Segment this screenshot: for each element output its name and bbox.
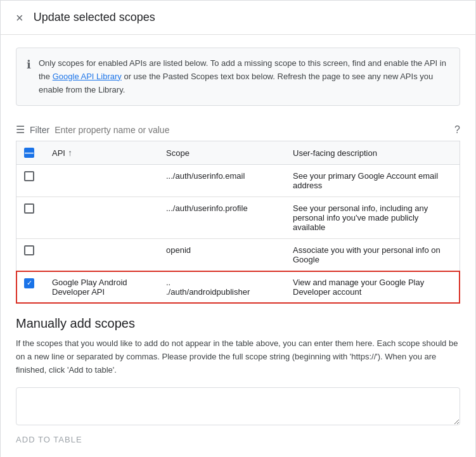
table-row: openid Associate you with your personal …: [16, 239, 460, 271]
info-icon: ℹ: [27, 58, 31, 72]
google-api-library-link[interactable]: Google API Library: [53, 72, 122, 81]
add-to-table-button[interactable]: ADD TO TABLE: [16, 430, 82, 449]
manually-add-section: Manually add scopes If the scopes that y…: [1, 304, 475, 449]
row-scope: openid: [158, 239, 285, 271]
select-all-checkbox[interactable]: —: [24, 148, 34, 158]
filter-icon: ☰: [16, 124, 25, 136]
header-scope: Scope: [158, 141, 285, 165]
scopes-textarea[interactable]: [16, 387, 460, 425]
row-checkbox[interactable]: [24, 203, 34, 214]
sort-up-icon: ↑: [68, 148, 72, 158]
row-checkbox-cell: [16, 165, 44, 197]
indeterminate-icon: —: [25, 148, 34, 157]
row-scope: .../auth/androidpublisher: [158, 271, 285, 304]
close-button[interactable]: ×: [16, 11, 23, 24]
filter-row: ☰ Filter ?: [1, 119, 475, 141]
row-checkbox-cell: ✓: [16, 271, 44, 304]
table-row: .../auth/userinfo.profile See your perso…: [16, 197, 460, 239]
highlighted-table-row: ✓ Google Play Android Developer API .../…: [16, 271, 460, 304]
dialog-header: × Update selected scopes: [1, 1, 475, 35]
dialog-title: Update selected scopes: [34, 11, 155, 24]
info-box: ℹ Only scopes for enabled APIs are liste…: [16, 48, 460, 106]
scopes-table-container: — API ↑ Scope User-facing description: [16, 141, 460, 304]
row-description: View and manage your Google Play Develop…: [285, 271, 460, 304]
checkmark-icon: ✓: [27, 280, 32, 286]
header-api: API ↑: [44, 141, 158, 165]
dialog-footer: UPDATE: [1, 449, 475, 457]
header-checkbox-cell: —: [16, 141, 44, 165]
help-icon[interactable]: ?: [454, 124, 460, 136]
row-api: [44, 165, 158, 197]
row-api: [44, 239, 158, 271]
row-scope: .../auth/userinfo.email: [158, 165, 285, 197]
row-description: See your personal info, including any pe…: [285, 197, 460, 239]
row-description: Associate you with your personal info on…: [285, 239, 460, 271]
row-checkbox-cell: [16, 197, 44, 239]
row-scope: .../auth/userinfo.profile: [158, 197, 285, 239]
row-checkbox[interactable]: [24, 171, 34, 181]
manually-add-title: Manually add scopes: [16, 316, 460, 331]
filter-label: Filter: [30, 125, 49, 135]
manually-add-description: If the scopes that you would like to add…: [16, 337, 460, 377]
row-description: See your primary Google Account email ad…: [285, 165, 460, 197]
table-header-row: — API ↑ Scope User-facing description: [16, 141, 460, 165]
row-api: Google Play Android Developer API: [44, 271, 158, 304]
row-checkbox-checked[interactable]: ✓: [24, 278, 34, 288]
table-row: .../auth/userinfo.email See your primary…: [16, 165, 460, 197]
scopes-table: — API ↑ Scope User-facing description: [16, 141, 460, 303]
row-checkbox[interactable]: [24, 245, 34, 255]
update-scopes-dialog: × Update selected scopes ℹ Only scopes f…: [0, 0, 476, 457]
info-text: Only scopes for enabled APIs are listed …: [39, 57, 449, 96]
row-checkbox-cell: [16, 239, 44, 271]
api-col-label: API: [52, 148, 65, 158]
api-sort-button[interactable]: API ↑: [52, 148, 72, 158]
filter-input[interactable]: [55, 125, 449, 135]
row-api: [44, 197, 158, 239]
header-description: User-facing description: [285, 141, 460, 165]
